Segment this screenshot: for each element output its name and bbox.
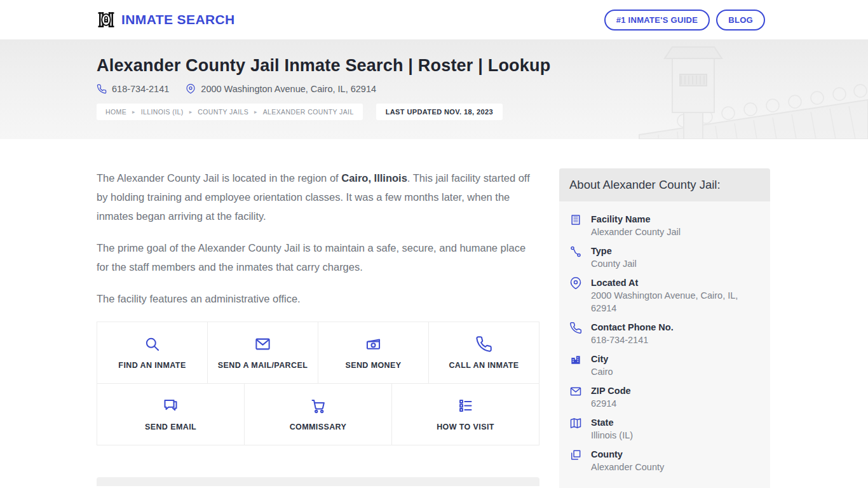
breadcrumb-state[interactable]: ILLINOIS (IL) [141,108,184,116]
county-item: County Alexander County [569,448,760,473]
page-title: Alexander County Jail Inmate Search | Ro… [97,56,868,76]
envelope-icon [569,384,583,410]
state-item: State Illinois (IL) [569,416,760,442]
services-row-1: FIND AN INMATE SEND A MAIL/PARCEL [97,322,539,383]
phone-number: 618-734-2141 [112,84,169,94]
map-pin-icon [569,276,583,315]
brand-logo[interactable]: INMATE SEARCH [97,10,235,29]
last-updated-badge: LAST UPDATED NOV. 18, 2023 [376,104,503,120]
zip-code-item: ZIP Code 62914 [569,384,760,410]
contact-phone-item: Contact Phone No. 618-734-2141 [569,321,760,346]
jail-lock-icon [97,10,116,29]
phone-contact[interactable]: 618-734-2141 [97,84,169,94]
services-row-2: SEND EMAIL COMMISSARY [97,383,539,445]
breadcrumb-current: ALEXANDER COUNTY JAIL [263,108,354,116]
breadcrumb-separator: ▸ [189,109,193,115]
top-header: INMATE SEARCH #1 INMATE'S GUIDE BLOG [0,0,868,39]
sidebar-title: About Alexander County Jail: [559,168,770,201]
sidebar-body: Facility Name Alexander County Jail Type… [559,201,770,488]
paragraph-2: The prime goal of the Alexander County J… [97,238,539,276]
send-mail-parcel-button[interactable]: SEND A MAIL/PARCEL [207,322,318,383]
services-grid: FIND AN INMATE SEND A MAIL/PARCEL [97,322,539,445]
address-contact: 2000 Washington Avenue, Cairo, IL, 62914 [186,84,376,94]
send-money-button[interactable]: SEND MONEY [318,322,428,383]
copy-icon [569,448,583,473]
paragraph-1: The Alexander County Jail is located in … [97,168,539,226]
breadcrumb-county-jails[interactable]: COUNTY JAILS [198,108,248,116]
phone-icon [569,321,583,346]
how-to-visit-button[interactable]: HOW TO VISIT [391,384,539,445]
city-icon [569,353,583,378]
next-section-strip [97,477,539,486]
map-pin-icon [186,84,196,94]
hero-section: Alexander County Jail Inmate Search | Ro… [0,39,868,139]
address-text: 2000 Washington Avenue, Cairo, IL, 62914 [201,84,376,94]
checklist-icon [457,397,474,414]
header-nav: #1 INMATE'S GUIDE BLOG [604,10,765,30]
about-sidebar: About Alexander County Jail: Facility Na… [559,168,770,488]
inmates-guide-button[interactable]: #1 INMATE'S GUIDE [604,10,710,30]
map-icon [569,416,583,442]
banknote-icon [365,336,382,353]
call-an-inmate-button[interactable]: CALL AN INMATE [428,322,539,383]
content-area: The Alexander County Jail is located in … [0,139,868,488]
phone-icon [97,84,107,94]
page: INMATE SEARCH #1 INMATE'S GUIDE BLOG [0,0,868,488]
article-column: The Alexander County Jail is located in … [97,168,539,486]
breadcrumb-row: HOME ▸ ILLINOIS (IL) ▸ COUNTY JAILS ▸ AL… [97,104,868,120]
phone-icon [475,336,492,353]
breadcrumb-separator: ▸ [132,109,135,115]
blog-button[interactable]: BLOG [716,10,765,30]
type-item: Type County Jail [569,245,760,270]
find-an-inmate-button[interactable]: FIND AN INMATE [97,322,207,383]
chat-bubbles-icon [162,397,179,414]
paragraph-3: The facility features an administrative … [97,289,539,308]
route-icon [569,245,583,270]
building-icon [569,213,583,238]
cart-icon [309,397,327,414]
search-icon [144,336,161,353]
located-at-item: Located At 2000 Washington Avenue, Cairo… [569,276,760,315]
mail-icon [254,336,271,353]
city-item: City Cairo [569,353,760,378]
breadcrumb-home[interactable]: HOME [105,108,126,116]
bold-location: Cairo, Illinois [341,172,407,184]
breadcrumb-separator: ▸ [254,109,257,115]
brand-name: INMATE SEARCH [121,12,235,27]
commissary-button[interactable]: COMMISSARY [244,384,391,445]
contact-row: 618-734-2141 2000 Washington Avenue, Cai… [97,84,868,94]
send-email-button[interactable]: SEND EMAIL [97,384,244,445]
facility-name-item: Facility Name Alexander County Jail [569,213,760,238]
breadcrumb: HOME ▸ ILLINOIS (IL) ▸ COUNTY JAILS ▸ AL… [97,104,363,120]
